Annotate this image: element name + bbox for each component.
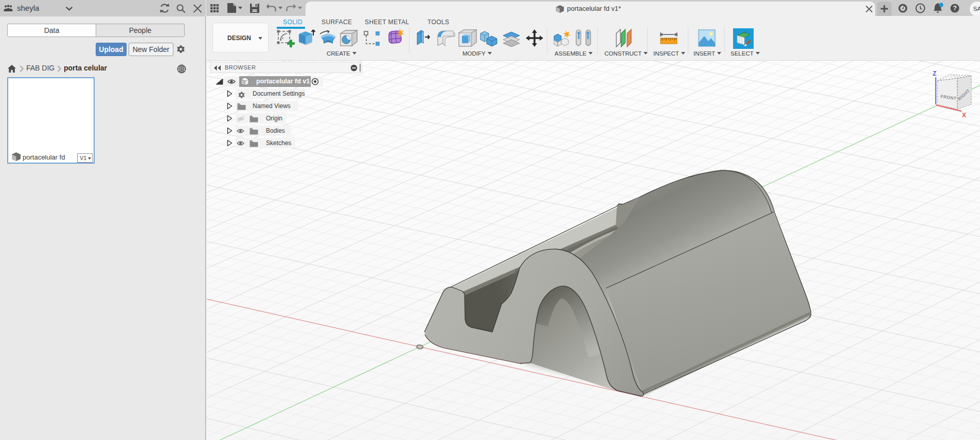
svg-text:Z: Z <box>933 70 936 77</box>
svg-text:X: X <box>962 112 966 119</box>
svg-text:?: ? <box>953 5 957 12</box>
